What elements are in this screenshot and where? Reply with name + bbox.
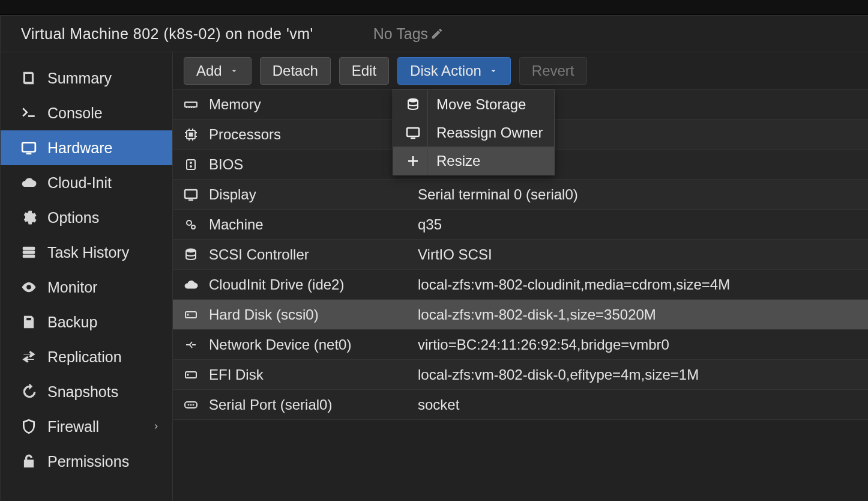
content-pane: Add Detach Edit Disk Action Revert Memor… — [173, 52, 868, 501]
sidebar-item-label: Hardware — [47, 139, 112, 157]
hardware-row[interactable]: Machineq35 — [173, 210, 868, 240]
history-icon — [21, 384, 37, 399]
cloud-icon — [21, 175, 37, 190]
menu-item-label: Move Storage — [436, 96, 526, 113]
sidebar-item-label: Summary — [47, 70, 112, 87]
detach-button-label: Detach — [273, 62, 318, 79]
serial-icon — [184, 398, 198, 412]
detach-button[interactable]: Detach — [260, 57, 331, 85]
no-tags-button[interactable]: No Tags — [373, 25, 444, 43]
disk-action-button[interactable]: Disk Action — [397, 57, 511, 85]
add-button[interactable]: Add — [184, 57, 252, 85]
sidebar-item-console[interactable]: Console — [1, 96, 172, 130]
hdd-icon — [184, 368, 198, 382]
unlock-icon — [21, 454, 37, 469]
hardware-row-value: local-zfs:vm-802-disk-1,size=35020M — [418, 306, 868, 323]
sidebar-item-label: Firewall — [47, 418, 99, 436]
sidebar-item-label: Permissions — [47, 453, 129, 470]
cloud-icon — [184, 278, 198, 292]
plus-icon — [406, 154, 420, 168]
hardware-row-key: Display — [209, 186, 418, 203]
hardware-row-key: Memory — [209, 96, 418, 113]
sidebar-item-permissions[interactable]: Permissions — [1, 444, 172, 479]
hardware-row[interactable]: DisplaySerial terminal 0 (serial0) — [173, 180, 868, 210]
menu-item-label: Resize — [436, 153, 480, 169]
list-icon — [21, 244, 37, 260]
hardware-row-value: local-zfs:vm-802-cloudinit,media=cdrom,s… — [418, 276, 868, 293]
hardware-row-key: SCSI Controller — [209, 246, 418, 263]
save-icon — [21, 314, 37, 330]
disk-action-menu: Move StorageReassign OwnerResize — [393, 90, 555, 175]
hardware-row-value: VirtIO SCSI — [418, 246, 868, 263]
add-button-label: Add — [196, 62, 222, 79]
monitor-icon — [21, 140, 37, 156]
menu-item-label: Reassign Owner — [436, 124, 543, 141]
sidebar-item-summary[interactable]: Summary — [1, 61, 172, 96]
sidebar-item-options[interactable]: Options — [1, 200, 172, 235]
revert-button-label: Revert — [532, 62, 574, 79]
top-bar — [0, 0, 868, 15]
hardware-row-key: EFI Disk — [209, 366, 418, 383]
network-icon — [184, 338, 198, 352]
sidebar-item-replication[interactable]: Replication — [1, 339, 172, 374]
terminal-icon — [21, 105, 37, 121]
hardware-row[interactable]: Hard Disk (scsi0)local-zfs:vm-802-disk-1… — [173, 300, 868, 330]
monitor-icon — [184, 187, 198, 202]
hardware-row[interactable]: EFI Disklocal-zfs:vm-802-disk-0,efitype=… — [173, 360, 868, 390]
hardware-row-value: q35 — [418, 216, 868, 233]
hardware-row-key: Processors — [209, 126, 418, 143]
hardware-row-value: socket — [418, 396, 868, 413]
book-icon — [21, 70, 37, 86]
sidebar-item-monitor[interactable]: Monitor — [1, 270, 172, 305]
hdd-icon — [184, 308, 198, 322]
menu-item-move-storage[interactable]: Move Storage — [393, 90, 554, 118]
database-icon — [184, 247, 198, 262]
gear-icon — [21, 210, 37, 225]
monitor-icon — [406, 126, 420, 140]
chevron-down-icon — [229, 66, 239, 76]
pencil-icon — [430, 27, 444, 40]
hardware-row[interactable]: Network Device (net0)virtio=BC:24:11:26:… — [173, 330, 868, 360]
chevron-down-icon — [489, 66, 498, 76]
eye-icon — [21, 279, 37, 295]
hardware-row-value: local-zfs:vm-802-disk-0,efitype=4m,size=… — [418, 366, 868, 383]
toolbar: Add Detach Edit Disk Action Revert — [173, 52, 868, 90]
cpu-icon — [184, 127, 198, 142]
edit-button-label: Edit — [352, 62, 376, 79]
gears-icon — [184, 217, 198, 232]
hardware-row-key: BIOS — [209, 156, 418, 173]
hardware-row-key: CloudInit Drive (ide2) — [209, 276, 418, 293]
sidebar-item-cloud-init[interactable]: Cloud-Init — [1, 165, 172, 200]
menu-item-reassign-owner[interactable]: Reassign Owner — [393, 118, 554, 147]
sidebar: SummaryConsoleHardwareCloud-InitOptionsT… — [1, 52, 173, 501]
page-title: Virtual Machine 802 (k8s-02) on node 'vm… — [21, 25, 313, 43]
sidebar-item-label: Task History — [47, 244, 129, 261]
edit-button[interactable]: Edit — [339, 57, 389, 85]
disk-action-button-label: Disk Action — [410, 62, 481, 79]
sidebar-item-label: Snapshots — [47, 383, 118, 401]
menu-item-resize[interactable]: Resize — [393, 147, 554, 175]
hardware-row[interactable]: Serial Port (serial0)socket — [173, 390, 868, 420]
sidebar-item-label: Monitor — [47, 279, 97, 296]
chevron-right-icon — [152, 422, 160, 431]
hardware-row-value: virtio=BC:24:11:26:92:54,bridge=vmbr0 — [418, 336, 868, 353]
sidebar-item-hardware[interactable]: Hardware — [1, 130, 172, 165]
sidebar-item-firewall[interactable]: Firewall — [1, 409, 172, 444]
no-tags-label: No Tags — [373, 25, 428, 43]
hardware-row-key: Hard Disk (scsi0) — [209, 306, 418, 323]
sidebar-item-label: Replication — [47, 348, 122, 366]
sidebar-item-task-history[interactable]: Task History — [1, 235, 172, 270]
hardware-row-key: Serial Port (serial0) — [209, 396, 418, 413]
hardware-row[interactable]: CloudInit Drive (ide2)local-zfs:vm-802-c… — [173, 270, 868, 300]
sidebar-item-label: Options — [47, 209, 99, 226]
sidebar-item-snapshots[interactable]: Snapshots — [1, 374, 172, 409]
memory-icon — [184, 97, 198, 112]
sidebar-item-label: Console — [47, 105, 103, 122]
shield-icon — [21, 419, 37, 434]
revert-button: Revert — [519, 57, 587, 85]
chip-icon — [184, 157, 198, 172]
sync-icon — [21, 349, 37, 365]
hardware-row[interactable]: SCSI ControllerVirtIO SCSI — [173, 240, 868, 270]
hardware-row-value: Serial terminal 0 (serial0) — [418, 186, 868, 203]
sidebar-item-backup[interactable]: Backup — [1, 305, 172, 339]
